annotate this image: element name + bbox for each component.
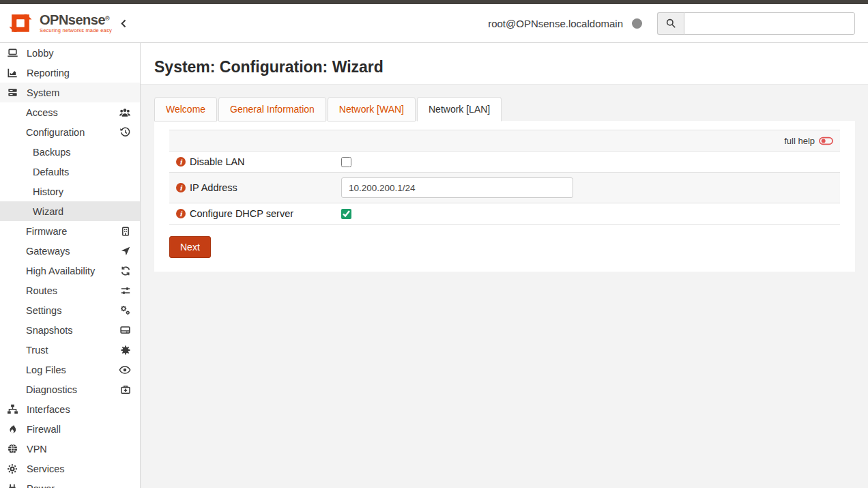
- ip-address-input[interactable]: [341, 177, 573, 198]
- sidebar-item-label: Firmware: [26, 226, 67, 237]
- sidebar-item-vpn[interactable]: VPN: [0, 439, 140, 459]
- sidebar-item-label: Interfaces: [27, 404, 70, 415]
- sidebar-item-label: Configuration: [26, 127, 85, 138]
- sidebar-item-wizard[interactable]: Wizard: [0, 201, 140, 221]
- sidebar-item-lobby[interactable]: Lobby: [0, 43, 140, 63]
- logo-title: OPNsense: [40, 12, 105, 27]
- sidebar-item-firewall[interactable]: Firewall: [0, 419, 140, 439]
- info-icon[interactable]: i: [176, 183, 186, 192]
- sidebar-item-label: Services: [27, 463, 65, 474]
- eye-icon: [119, 364, 131, 376]
- info-icon[interactable]: i: [176, 157, 186, 167]
- sidebar-item-history[interactable]: History: [0, 182, 140, 201]
- sidebar-item-label: System: [27, 87, 59, 98]
- sidebar: Lobby Reporting System Access Configurat…: [0, 43, 141, 488]
- gear-icon: [7, 463, 20, 474]
- status-dot: [632, 18, 642, 29]
- form-row-disable-lan: i Disable LAN: [169, 151, 840, 172]
- sidebar-item-diagnostics[interactable]: Diagnostics: [0, 379, 140, 399]
- sidebar-item-label: Trust: [26, 345, 48, 356]
- header-right: root@OPNsense.localdomain: [141, 4, 868, 42]
- sidebar-item-label: High Availability: [26, 265, 95, 276]
- main-area: System: Configuration: Wizard Welcome Ge…: [141, 43, 868, 488]
- next-button[interactable]: Next: [169, 236, 211, 258]
- fire-icon: [7, 424, 20, 435]
- configure-dhcp-checkbox[interactable]: [341, 209, 351, 219]
- sidebar-item-gateways[interactable]: Gateways: [0, 241, 140, 261]
- full-help-label: full help: [784, 136, 815, 146]
- laptop-icon: [7, 47, 20, 59]
- tab-welcome[interactable]: Welcome: [154, 97, 217, 121]
- globe-icon: [7, 443, 20, 455]
- sidebar-item-high-availability[interactable]: High Availability: [0, 261, 140, 281]
- sidebar-item-system[interactable]: System: [0, 83, 140, 102]
- tab-network-lan[interactable]: Network [LAN]: [417, 97, 502, 121]
- search-button[interactable]: [657, 12, 684, 35]
- plug-icon: [7, 483, 20, 488]
- sidebar-item-snapshots[interactable]: Snapshots: [0, 320, 140, 340]
- sidebar-item-reporting[interactable]: Reporting: [0, 63, 140, 83]
- page-title: System: Configuration: Wizard: [154, 58, 868, 76]
- field-label: i IP Address: [176, 182, 341, 193]
- sidebar-collapse-button[interactable]: [119, 18, 129, 29]
- disable-lan-checkbox[interactable]: [341, 157, 351, 167]
- toggle-off-icon[interactable]: [819, 136, 833, 146]
- tab-general-information[interactable]: General Information: [218, 97, 326, 121]
- sidebar-item-settings[interactable]: Settings: [0, 300, 140, 320]
- sidebar-item-backups[interactable]: Backups: [0, 142, 140, 162]
- tab-network-wan[interactable]: Network [WAN]: [328, 97, 416, 121]
- sidebar-item-label: Reporting: [27, 68, 70, 78]
- refresh-icon: [120, 265, 131, 276]
- sidebar-item-access[interactable]: Access: [0, 102, 140, 122]
- logo-text: OPNsense® Securing networks made easy: [40, 13, 112, 33]
- sidebar-item-label: Power: [27, 483, 55, 488]
- field-label-text: Disable LAN: [190, 156, 245, 167]
- sitemap-icon: [7, 403, 20, 415]
- sidebar-item-label: Gateways: [26, 246, 70, 257]
- server-icon: [7, 87, 20, 98]
- medkit-icon: [120, 384, 131, 395]
- sidebar-item-configuration[interactable]: Configuration: [0, 122, 140, 142]
- sidebar-item-label: Snapshots: [26, 325, 73, 336]
- title-band: System: Configuration: Wizard: [141, 43, 868, 85]
- sidebar-item-interfaces[interactable]: Interfaces: [0, 399, 140, 419]
- form-row-ip-address: i IP Address: [169, 172, 840, 203]
- logo-registered-mark: ®: [105, 15, 110, 22]
- field-label-text: Configure DHCP server: [190, 208, 293, 219]
- sidebar-item-label: Access: [26, 107, 58, 118]
- search-group: [657, 12, 855, 35]
- field-label-text: IP Address: [190, 182, 237, 193]
- search-input[interactable]: [684, 12, 855, 35]
- full-help-row: full help: [169, 130, 840, 151]
- sidebar-item-defaults[interactable]: Defaults: [0, 162, 140, 182]
- history-icon: [119, 126, 131, 138]
- sidebar-item-power[interactable]: Power: [0, 478, 140, 488]
- sidebar-item-label: Wizard: [33, 206, 63, 217]
- logged-in-user: root@OPNsense.localdomain: [488, 18, 623, 29]
- wizard-tabs: Welcome General Information Network [WAN…: [154, 97, 855, 121]
- building-icon: [120, 226, 131, 237]
- logo-tagline: Securing networks made easy: [40, 28, 112, 33]
- location-arrow-icon: [120, 246, 131, 257]
- users-icon: [119, 106, 131, 119]
- sidebar-item-routes[interactable]: Routes: [0, 281, 140, 300]
- sidebar-item-label: Lobby: [27, 48, 54, 59]
- sidebar-item-label: Routes: [26, 285, 57, 296]
- sidebar-item-trust[interactable]: Trust: [0, 340, 140, 360]
- sidebar-item-firmware[interactable]: Firmware: [0, 221, 140, 241]
- sidebar-item-label: Backups: [33, 147, 71, 158]
- field-label: i Configure DHCP server: [176, 208, 341, 219]
- sliders-icon: [120, 285, 131, 296]
- field-label: i Disable LAN: [176, 156, 341, 167]
- sidebar-item-label: History: [33, 186, 63, 197]
- hard-drive-icon: [119, 324, 131, 336]
- sidebar-item-label: Firewall: [27, 424, 61, 435]
- sidebar-item-services[interactable]: Services: [0, 459, 140, 478]
- gears-icon: [119, 304, 131, 316]
- sidebar-item-log-files[interactable]: Log Files: [0, 360, 140, 379]
- sidebar-item-label: Defaults: [33, 167, 69, 177]
- info-icon[interactable]: i: [176, 209, 186, 218]
- form-row-configure-dhcp: i Configure DHCP server: [169, 203, 840, 224]
- logo-area: OPNsense® Securing networks made easy: [0, 4, 141, 42]
- sidebar-item-label: Settings: [26, 305, 61, 316]
